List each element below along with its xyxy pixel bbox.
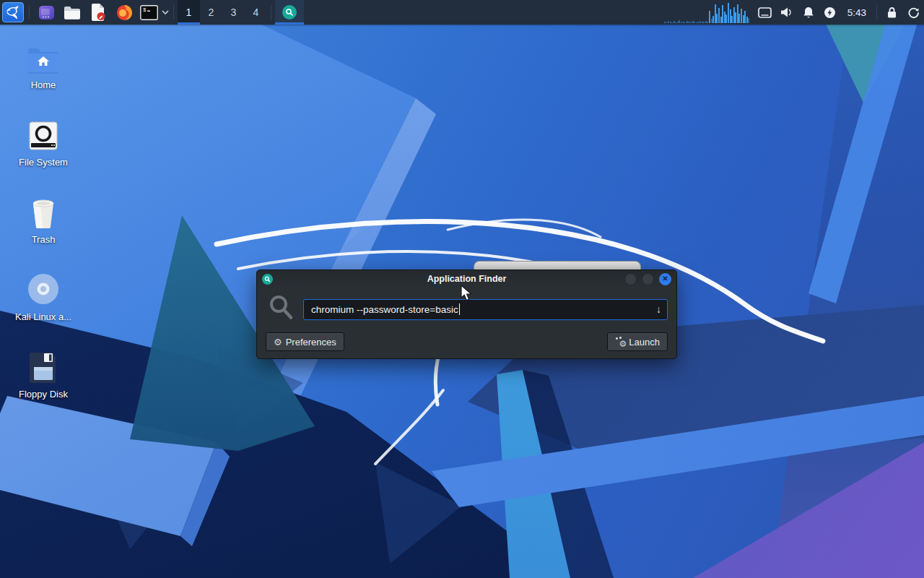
dialog-body: chromium --password-store=basic ↓ xyxy=(257,288,676,328)
panel-left: $ 1 2 3 4 xyxy=(0,0,304,25)
lock-icon xyxy=(886,7,897,19)
launch-icon: ⚙ xyxy=(615,337,625,347)
maximize-button[interactable] xyxy=(642,273,654,285)
session-logout-button[interactable] xyxy=(902,0,924,25)
panel-separator xyxy=(876,5,877,20)
power-battery-icon xyxy=(824,7,836,19)
volume-tray-icon[interactable] xyxy=(776,0,798,25)
minimize-button[interactable] xyxy=(624,273,637,285)
window-controls: ✕ xyxy=(624,273,671,285)
cpu-load-graph[interactable] xyxy=(663,0,754,25)
hard-drive-icon xyxy=(28,111,58,151)
application-finder-window: Application Finder ✕ chromium --password… xyxy=(256,269,677,359)
home-folder-icon xyxy=(27,33,60,74)
panel-right: 5:43 xyxy=(663,0,924,25)
preferences-button-label: Preferences xyxy=(286,337,336,348)
search-icon xyxy=(267,293,296,325)
kali-logo-icon xyxy=(5,4,21,20)
firefox-icon xyxy=(116,4,133,21)
floppy-disk-icon xyxy=(28,342,58,383)
top-panel: $ 1 2 3 4 xyxy=(0,0,924,25)
desktop-app-icon xyxy=(38,4,55,21)
text-editor-icon xyxy=(90,4,106,21)
display-tray-icon[interactable] xyxy=(754,0,776,25)
power-manager-tray-icon[interactable] xyxy=(819,0,841,25)
text-caret xyxy=(459,303,460,315)
notifications-tray-icon[interactable] xyxy=(798,0,819,25)
close-button[interactable]: ✕ xyxy=(659,273,671,285)
desktop-icon-label: Kali Linux a... xyxy=(15,311,71,322)
terminal-launcher[interactable]: $ xyxy=(137,0,160,25)
desktop-icon-floppy-disk[interactable]: Floppy Disk xyxy=(9,342,78,420)
search-input-value: chromium --password-store=basic xyxy=(311,304,458,315)
session-restart-icon xyxy=(907,7,920,19)
desktop-icon-label: File System xyxy=(19,157,68,168)
workspace-button-3[interactable]: 3 xyxy=(222,0,245,25)
lock-screen-button[interactable] xyxy=(881,0,902,25)
dropdown-arrow-icon[interactable]: ↓ xyxy=(656,303,661,315)
chevron-down-icon xyxy=(162,10,169,14)
gear-icon: ⚙ xyxy=(274,337,282,348)
dialog-actions: ⚙ Preferences ⚙ Launch xyxy=(257,328,676,351)
titlebar[interactable]: Application Finder ✕ xyxy=(257,270,676,288)
svg-text:$: $ xyxy=(143,7,147,13)
optical-disc-icon xyxy=(27,265,60,306)
desktop-icon-label: Home xyxy=(31,79,56,90)
launch-button-label: Launch xyxy=(629,337,660,348)
text-editor-launcher[interactable] xyxy=(85,0,111,25)
taskbar-application-finder-button[interactable] xyxy=(275,0,304,25)
search-input[interactable]: chromium --password-store=basic ↓ xyxy=(303,299,668,320)
workspace-button-4[interactable]: 4 xyxy=(245,0,267,25)
display-icon xyxy=(758,7,772,18)
desktop-app-launcher[interactable] xyxy=(33,0,59,25)
desktop-icon-label: Floppy Disk xyxy=(19,389,68,400)
desktop-icon-column: Home File System xyxy=(9,33,78,420)
panel-separator xyxy=(271,5,271,20)
file-manager-launcher[interactable] xyxy=(59,0,85,25)
workspace-button-1[interactable]: 1 xyxy=(178,0,200,25)
trash-bin-icon xyxy=(29,188,58,228)
panel-separator xyxy=(173,5,174,20)
bell-icon xyxy=(803,7,814,19)
desktop-screen: $ 1 2 3 4 xyxy=(0,0,924,578)
terminal-icon: $ xyxy=(140,5,158,20)
file-manager-icon xyxy=(64,5,81,20)
workspace-button-2[interactable]: 2 xyxy=(200,0,222,25)
volume-icon xyxy=(780,7,793,18)
desktop-icon-home[interactable]: Home xyxy=(9,33,78,111)
desktop-icon-file-system[interactable]: File System xyxy=(9,111,78,188)
kali-menu-button[interactable] xyxy=(2,2,24,22)
terminal-dropdown-caret[interactable] xyxy=(160,0,170,25)
panel-separator xyxy=(29,5,30,20)
desktop-icon-trash[interactable]: Trash xyxy=(9,188,78,265)
firefox-launcher[interactable] xyxy=(111,0,137,25)
launch-button[interactable]: ⚙ Launch xyxy=(607,332,668,351)
window-title: Application Finder xyxy=(257,274,676,284)
desktop-icon-label: Trash xyxy=(32,234,56,245)
application-finder-icon xyxy=(262,274,273,285)
preferences-button[interactable]: ⚙ Preferences xyxy=(266,332,344,351)
desktop-icon-kali-linux-disc[interactable]: Kali Linux a... xyxy=(9,265,78,342)
clock[interactable]: 5:43 xyxy=(841,0,873,25)
application-finder-icon xyxy=(282,5,297,20)
